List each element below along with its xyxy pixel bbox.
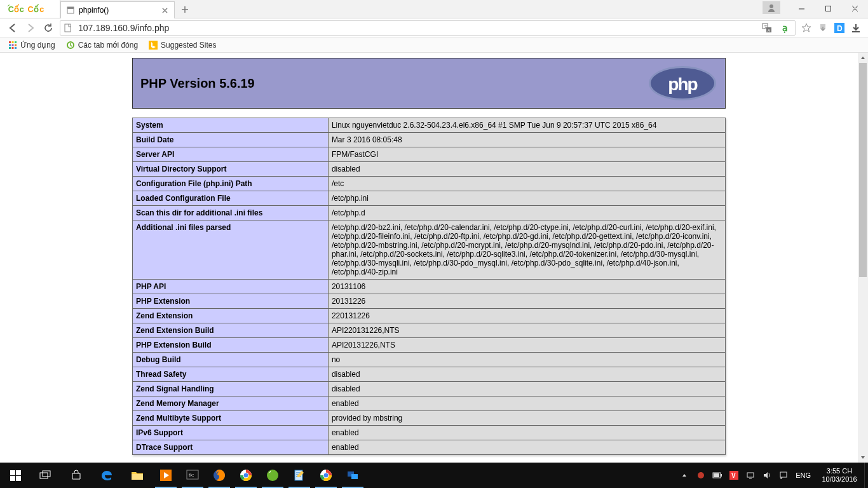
phpinfo-value: /etc xyxy=(328,177,725,191)
tab-title: phpinfo() xyxy=(79,6,109,15)
phpinfo-key: Scan this dir for additional .ini files xyxy=(133,206,329,220)
table-row: PHP API20131106 xyxy=(133,280,726,294)
phpinfo-page: PHP Version 5.6.19 php SystemLinux nguye… xyxy=(132,58,726,455)
page-viewport[interactable]: PHP Version 5.6.19 php SystemLinux nguye… xyxy=(0,53,858,463)
tray-vivaldi-icon[interactable]: V xyxy=(726,463,742,488)
task-view-button[interactable] xyxy=(31,463,61,488)
phpinfo-key: Zend Extension xyxy=(133,309,329,323)
taskbar-app-coccoc[interactable] xyxy=(259,463,286,488)
taskbar-tray: V ENG 3:55 CH 10/03/2016 xyxy=(676,463,868,488)
svg-text:ố: ố xyxy=(14,3,20,13)
tray-volume-icon[interactable] xyxy=(759,463,775,488)
bookmarks-apps[interactable]: Ứng dụng xyxy=(4,39,59,51)
phpinfo-value: enabled xyxy=(328,396,725,411)
phpinfo-value: 20131226 xyxy=(328,294,725,309)
svg-rect-36 xyxy=(40,473,48,478)
taskbar-app-firefox[interactable] xyxy=(206,463,233,488)
phpinfo-key: Additional .ini files parsed xyxy=(133,220,329,280)
show-desktop-button[interactable] xyxy=(864,463,868,488)
phpinfo-key: PHP Extension Build xyxy=(133,338,329,353)
phpinfo-key: Debug Build xyxy=(133,353,329,367)
svg-text:tk:: tk: xyxy=(189,472,194,478)
svg-rect-37 xyxy=(43,471,50,477)
adblock-icon[interactable]: ạ xyxy=(778,22,791,34)
store-icon[interactable] xyxy=(61,463,92,488)
svg-point-46 xyxy=(267,470,278,481)
phpinfo-key: Zend Signal Handling xyxy=(133,382,329,396)
nav-back-button[interactable] xyxy=(4,19,22,37)
phpinfo-value: API20131226,NTS xyxy=(328,338,725,353)
user-profile-button[interactable] xyxy=(763,1,780,14)
window-maximize-button[interactable] xyxy=(815,0,841,18)
taskbar-app-notepad[interactable] xyxy=(286,463,313,488)
taskbar-clock[interactable]: 3:55 CH 10/03/2016 xyxy=(815,463,864,488)
table-row: Server APIFPM/FastCGI xyxy=(133,147,726,162)
tray-overflow-icon[interactable] xyxy=(676,463,693,488)
table-row: Zend Signal Handlingdisabled xyxy=(133,382,726,396)
url-input[interactable] xyxy=(77,22,759,34)
window-close-button[interactable] xyxy=(841,0,868,18)
taskbar-app-chrome-2[interactable] xyxy=(313,463,339,488)
svg-text:c: c xyxy=(20,4,24,13)
svg-rect-22 xyxy=(12,44,14,46)
omnibox[interactable]: 文A ạ xyxy=(60,20,796,36)
php-logo-icon: php xyxy=(648,65,717,102)
svg-rect-59 xyxy=(747,473,754,477)
browser-brand-logo[interactable]: C ố c C ố c xyxy=(0,0,60,18)
bookmark-star-icon[interactable] xyxy=(798,22,815,34)
phpinfo-value: enabled xyxy=(328,426,725,440)
phpinfo-value: /etc/php.d/20-bz2.ini, /etc/php.d/20-cal… xyxy=(328,220,725,280)
nav-reload-button[interactable] xyxy=(39,19,57,37)
table-row: SystemLinux nguyenvietduc 2.6.32-504.23.… xyxy=(133,118,726,133)
svg-point-53 xyxy=(698,472,704,478)
phpinfo-value: API220131226,NTS xyxy=(328,323,725,338)
phpinfo-key: Zend Memory Manager xyxy=(133,396,329,411)
browser-tab[interactable]: phpinfo() xyxy=(60,1,175,18)
svg-text:V: V xyxy=(731,472,736,479)
file-explorer-icon[interactable] xyxy=(122,463,153,488)
phpinfo-value: Linux nguyenvietduc 2.6.32-504.23.4.el6.… xyxy=(328,118,725,133)
clock-date: 10/03/2016 xyxy=(822,475,857,484)
tray-battery-icon[interactable] xyxy=(709,463,726,488)
reopen-tabs-icon xyxy=(65,40,76,50)
edge-icon[interactable] xyxy=(92,463,122,488)
page-icon xyxy=(63,23,73,33)
phpinfo-key: Server API xyxy=(133,147,329,162)
taskbar-app-mediaplayer[interactable] xyxy=(153,463,179,488)
download-button[interactable] xyxy=(848,22,864,34)
svg-text:php: php xyxy=(668,74,697,94)
tray-network-icon[interactable] xyxy=(742,463,759,488)
window-minimize-button[interactable] xyxy=(788,0,815,18)
tray-action-center-icon[interactable] xyxy=(775,463,792,488)
vertical-scrollbar[interactable] xyxy=(858,53,868,463)
phpinfo-value: enabled xyxy=(328,440,725,455)
phpinfo-key: System xyxy=(133,118,329,133)
taskbar-app-terminal[interactable]: tk: xyxy=(179,463,206,488)
taskbar-app-remote[interactable] xyxy=(339,463,366,488)
disqus-extension-icon[interactable]: D xyxy=(831,22,848,34)
taskbar-language[interactable]: ENG xyxy=(792,463,815,488)
nav-forward-button[interactable] xyxy=(22,19,39,37)
phpinfo-value: 20131106 xyxy=(328,280,725,294)
scrollbar-down-button[interactable] xyxy=(858,452,868,463)
svg-rect-7 xyxy=(67,7,74,9)
scrollbar-track[interactable] xyxy=(858,63,868,452)
start-button[interactable] xyxy=(0,463,31,488)
svg-text:A: A xyxy=(768,29,770,32)
table-row: Virtual Directory Supportdisabled xyxy=(133,162,726,177)
scrollbar-up-button[interactable] xyxy=(858,53,868,63)
tab-close-button[interactable] xyxy=(160,6,169,15)
download-arrow-icon[interactable] xyxy=(815,22,831,34)
taskbar-app-chrome[interactable] xyxy=(233,463,259,488)
scrollbar-thumb[interactable] xyxy=(859,63,867,277)
svg-rect-20 xyxy=(15,41,17,43)
translate-icon[interactable]: 文A xyxy=(761,22,773,34)
new-tab-button[interactable] xyxy=(177,2,193,17)
tray-av-icon[interactable] xyxy=(693,463,709,488)
table-row: Thread Safetydisabled xyxy=(133,367,726,382)
phpinfo-key: Thread Safety xyxy=(133,367,329,382)
bookmarks-reopen[interactable]: Các tab mới đóng xyxy=(62,39,142,51)
bookmarks-suggested[interactable]: Suggested Sites xyxy=(144,39,220,51)
phpinfo-value: disabled xyxy=(328,162,725,177)
svg-rect-52 xyxy=(351,474,358,479)
